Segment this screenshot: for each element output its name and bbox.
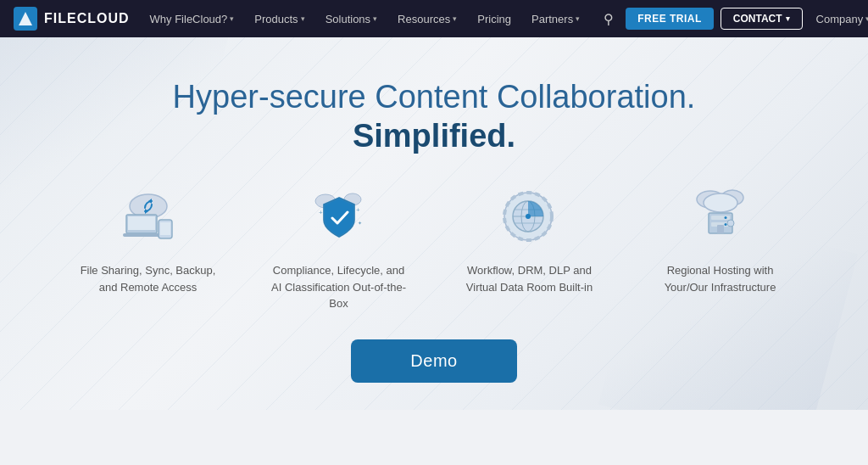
free-trial-button[interactable]: FREE TRIAL xyxy=(626,8,714,30)
svg-text:+: + xyxy=(319,209,323,216)
shield-check-icon: + + ✦ xyxy=(305,182,373,250)
svg-point-32 xyxy=(727,220,734,227)
logo-text: FILECLOUD xyxy=(44,11,130,26)
chevron-down-icon: ▾ xyxy=(230,14,234,23)
contact-button[interactable]: CONTACT ▾ xyxy=(721,8,803,30)
feature-file-sharing: File Sharing, Sync, Backup, and Remote A… xyxy=(53,182,243,312)
nav-item-company[interactable]: Company ▾ xyxy=(810,13,868,25)
navigation: FILECLOUD Why FileCloud? ▾ Products ▾ So… xyxy=(0,0,868,37)
nav-item-pricing[interactable]: Pricing xyxy=(469,0,520,37)
features-row: File Sharing, Sync, Backup, and Remote A… xyxy=(53,182,815,312)
search-icon[interactable]: ⚲ xyxy=(595,11,622,27)
nav-item-why-filecloud[interactable]: Why FileCloud? ▾ xyxy=(142,0,243,37)
svg-rect-7 xyxy=(160,222,170,235)
sync-devices-icon xyxy=(114,182,182,250)
svg-rect-5 xyxy=(123,233,160,237)
cloud-building-icon xyxy=(687,182,754,250)
feature-workflow: Workflow, DRM, DLP and Virtual Data Room… xyxy=(434,182,625,312)
svg-text:+: + xyxy=(356,206,360,214)
svg-text:✦: ✦ xyxy=(358,221,362,226)
feature-label-sync: File Sharing, Sync, Backup, and Remote A… xyxy=(81,262,216,295)
chevron-down-icon: ▾ xyxy=(786,14,790,23)
nav-item-partners[interactable]: Partners ▾ xyxy=(523,0,588,37)
svg-point-30 xyxy=(724,223,726,226)
svg-rect-27 xyxy=(711,216,730,220)
chevron-down-icon: ▾ xyxy=(373,14,377,23)
hero-section: Hyper-secure Content Collaboration. Simp… xyxy=(0,37,868,410)
chevron-down-icon: ▾ xyxy=(301,14,305,23)
svg-point-25 xyxy=(704,193,737,212)
demo-button-wrapper: Demo xyxy=(351,339,516,383)
nav-item-solutions[interactable]: Solutions ▾ xyxy=(317,0,386,37)
feature-compliance: + + ✦ Compliance, Lifecycle, and AI Clas… xyxy=(243,182,434,312)
svg-rect-4 xyxy=(128,216,155,230)
nav-item-resources[interactable]: Resources ▾ xyxy=(389,0,465,37)
chevron-down-icon: ▾ xyxy=(576,14,580,23)
nav-item-products[interactable]: Products ▾ xyxy=(246,0,313,37)
feature-hosting: Regional Hosting with Your/Our Infrastru… xyxy=(625,182,815,312)
svg-point-22 xyxy=(526,214,531,219)
globe-gear-icon xyxy=(496,182,564,250)
feature-label-workflow: Workflow, DRM, DLP and Virtual Data Room… xyxy=(462,262,598,295)
svg-rect-31 xyxy=(717,225,724,233)
chevron-down-icon: ▾ xyxy=(453,14,457,23)
demo-button[interactable]: Demo xyxy=(351,339,516,383)
feature-label-hosting: Regional Hosting with Your/Our Infrastru… xyxy=(653,262,788,295)
hero-title: Hyper-secure Content Collaboration. Simp… xyxy=(173,78,696,155)
feature-label-compliance: Compliance, Lifecycle, and AI Classifica… xyxy=(271,262,407,312)
logo[interactable]: FILECLOUD xyxy=(14,7,130,31)
svg-point-29 xyxy=(724,216,726,219)
